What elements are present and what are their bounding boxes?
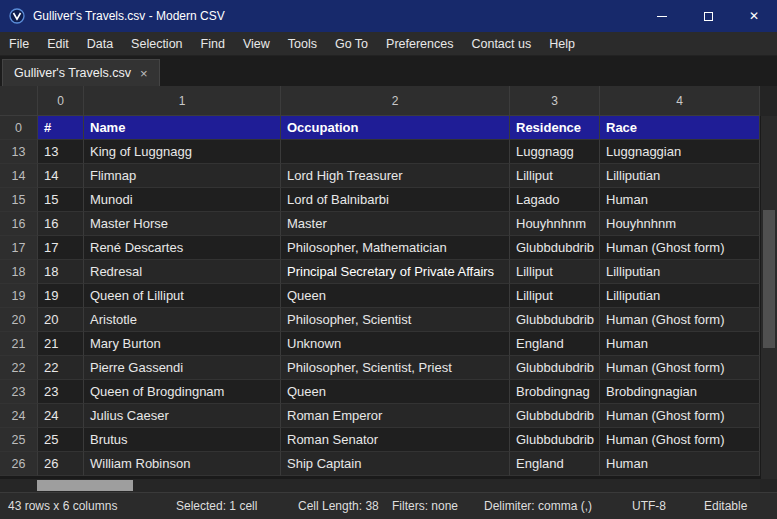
- grid-cell[interactable]: England: [510, 452, 600, 476]
- grid-cell[interactable]: René Descartes: [84, 236, 281, 260]
- column-header-1[interactable]: 1: [84, 86, 281, 116]
- grid-cell[interactable]: William Robinson: [84, 452, 281, 476]
- grid-cell[interactable]: Redresal: [84, 260, 281, 284]
- row-index[interactable]: 23: [0, 380, 38, 404]
- grid-cell[interactable]: Lilliputian: [600, 260, 760, 284]
- grid-cell[interactable]: 25: [38, 428, 84, 452]
- grid-cell[interactable]: Philosopher, Mathematician: [281, 236, 510, 260]
- grid-cell[interactable]: Lilliput: [510, 260, 600, 284]
- status-filters[interactable]: Filters: none: [384, 499, 476, 513]
- grid-cell[interactable]: Brobdingnag: [510, 380, 600, 404]
- grid-cell[interactable]: 22: [38, 356, 84, 380]
- grid-cell[interactable]: Glubbdubdrib: [510, 356, 600, 380]
- grid-cell[interactable]: 26: [38, 452, 84, 476]
- menu-item-contact-us[interactable]: Contact us: [462, 32, 540, 56]
- grid-cell[interactable]: 14: [38, 164, 84, 188]
- grid-cell[interactable]: Houyhnhnm: [510, 212, 600, 236]
- grid-cell[interactable]: Occupation: [281, 116, 510, 140]
- row-index[interactable]: 19: [0, 284, 38, 308]
- row-index[interactable]: 0: [0, 116, 38, 140]
- vertical-scrollbar[interactable]: [760, 116, 777, 479]
- column-header-0[interactable]: 0: [38, 86, 84, 116]
- grid-cell[interactable]: Glubbdubdrib: [510, 404, 600, 428]
- grid-cell[interactable]: 23: [38, 380, 84, 404]
- grid-cell[interactable]: Human (Ghost form): [600, 428, 760, 452]
- row-index[interactable]: 24: [0, 404, 38, 428]
- grid-cell[interactable]: 18: [38, 260, 84, 284]
- grid-cell[interactable]: Human (Ghost form): [600, 236, 760, 260]
- grid-cell[interactable]: 21: [38, 332, 84, 356]
- grid-cell[interactable]: Queen of Brogdingnam: [84, 380, 281, 404]
- menu-item-help[interactable]: Help: [540, 32, 584, 56]
- grid-cell[interactable]: 15: [38, 188, 84, 212]
- grid-cell[interactable]: Human (Ghost form): [600, 356, 760, 380]
- row-index[interactable]: 17: [0, 236, 38, 260]
- menu-item-go-to[interactable]: Go To: [326, 32, 377, 56]
- grid-cell[interactable]: Residence: [510, 116, 600, 140]
- grid-cell[interactable]: Glubbdubdrib: [510, 236, 600, 260]
- grid-cell[interactable]: Queen: [281, 380, 510, 404]
- grid-cell[interactable]: Human (Ghost form): [600, 308, 760, 332]
- grid-cell[interactable]: Pierre Gassendi: [84, 356, 281, 380]
- column-header-4[interactable]: 4: [600, 86, 760, 116]
- status-editable[interactable]: Editable: [696, 499, 777, 513]
- grid-cell[interactable]: King of Luggnagg: [84, 140, 281, 164]
- corner-cell[interactable]: [0, 86, 38, 116]
- grid-cell[interactable]: Houyhnhnm: [600, 212, 760, 236]
- grid-cell[interactable]: Lord High Treasurer: [281, 164, 510, 188]
- horizontal-scrollbar[interactable]: [0, 479, 760, 492]
- grid-cell[interactable]: Julius Caeser: [84, 404, 281, 428]
- row-index[interactable]: 13: [0, 140, 38, 164]
- grid-cell[interactable]: Master Horse: [84, 212, 281, 236]
- grid-cell[interactable]: Philosopher, Scientist: [281, 308, 510, 332]
- grid-cell[interactable]: [281, 140, 510, 164]
- grid-cell[interactable]: Ship Captain: [281, 452, 510, 476]
- grid-cell[interactable]: Lilliput: [510, 284, 600, 308]
- grid-cell[interactable]: Human: [600, 332, 760, 356]
- row-index[interactable]: 15: [0, 188, 38, 212]
- menu-item-tools[interactable]: Tools: [279, 32, 326, 56]
- grid-cell[interactable]: Luggnagg: [510, 140, 600, 164]
- row-index[interactable]: 16: [0, 212, 38, 236]
- grid-cell[interactable]: Queen: [281, 284, 510, 308]
- grid-cell[interactable]: 24: [38, 404, 84, 428]
- grid-cell[interactable]: Lilliputian: [600, 284, 760, 308]
- menu-item-view[interactable]: View: [234, 32, 279, 56]
- grid-cell[interactable]: Lilliputian: [600, 164, 760, 188]
- menu-item-edit[interactable]: Edit: [38, 32, 78, 56]
- row-index[interactable]: 20: [0, 308, 38, 332]
- grid-cell[interactable]: Flimnap: [84, 164, 281, 188]
- menu-item-preferences[interactable]: Preferences: [377, 32, 462, 56]
- menu-item-selection[interactable]: Selection: [122, 32, 191, 56]
- column-header-2[interactable]: 2: [281, 86, 510, 116]
- grid-cell[interactable]: Queen of Lilliput: [84, 284, 281, 308]
- grid-cell[interactable]: 16: [38, 212, 84, 236]
- tab-close-icon[interactable]: ×: [140, 66, 148, 81]
- grid-cell[interactable]: Luggnaggian: [600, 140, 760, 164]
- grid-cell[interactable]: Brobdingnagian: [600, 380, 760, 404]
- grid-cell[interactable]: Lagado: [510, 188, 600, 212]
- minimize-button[interactable]: [639, 0, 685, 32]
- row-index[interactable]: 14: [0, 164, 38, 188]
- tab-gullivers-travels[interactable]: Gulliver's Travels.csv ×: [2, 59, 160, 86]
- menu-item-data[interactable]: Data: [78, 32, 122, 56]
- grid-cell[interactable]: Mary Burton: [84, 332, 281, 356]
- grid-cell[interactable]: Human: [600, 452, 760, 476]
- menu-item-find[interactable]: Find: [192, 32, 234, 56]
- grid-cell[interactable]: 17: [38, 236, 84, 260]
- selected-cell[interactable]: Principal Secretary of Private Affairs: [281, 260, 510, 284]
- row-index[interactable]: 25: [0, 428, 38, 452]
- grid-cell[interactable]: Glubbdubdrib: [510, 428, 600, 452]
- horizontal-scrollbar-thumb[interactable]: [37, 480, 133, 491]
- vertical-scrollbar-thumb[interactable]: [763, 210, 775, 348]
- grid-cell[interactable]: Unknown: [281, 332, 510, 356]
- menu-item-file[interactable]: File: [0, 32, 38, 56]
- grid-cell[interactable]: Brutus: [84, 428, 281, 452]
- grid-cell[interactable]: 20: [38, 308, 84, 332]
- grid-cell[interactable]: Glubbdubdrib: [510, 308, 600, 332]
- grid-cell[interactable]: Roman Emperor: [281, 404, 510, 428]
- close-button[interactable]: ✕: [731, 0, 777, 32]
- grid-cell[interactable]: Name: [84, 116, 281, 140]
- grid-cell[interactable]: Human: [600, 188, 760, 212]
- grid-cell[interactable]: Aristotle: [84, 308, 281, 332]
